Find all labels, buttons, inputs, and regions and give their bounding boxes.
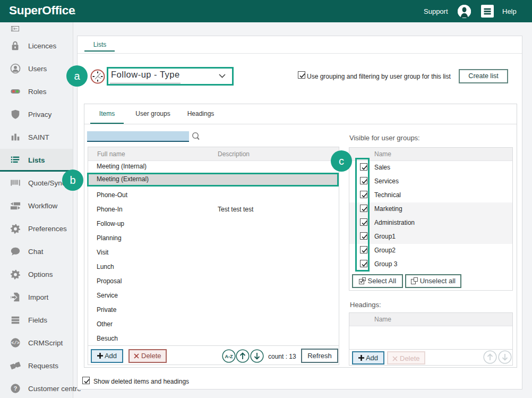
svg-text:?: ? bbox=[14, 385, 18, 392]
svg-text:</>: </> bbox=[11, 341, 20, 346]
svg-text:A-Z: A-Z bbox=[225, 354, 233, 359]
